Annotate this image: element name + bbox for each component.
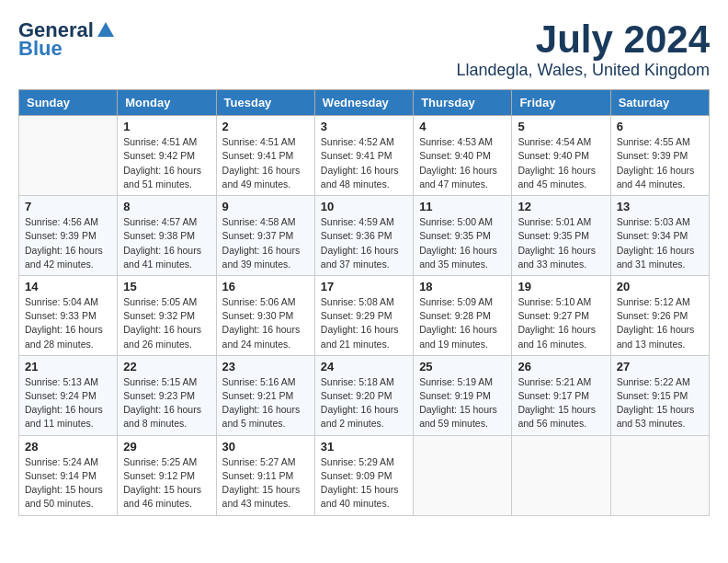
- day-number: 28: [25, 440, 111, 454]
- calendar-cell: 4Sunrise: 4:53 AMSunset: 9:40 PMDaylight…: [414, 116, 512, 196]
- day-info: Sunrise: 4:58 AMSunset: 9:37 PMDaylight:…: [222, 215, 309, 271]
- day-number: 26: [518, 360, 604, 373]
- day-number: 15: [123, 280, 210, 293]
- day-info: Sunrise: 5:22 AMSunset: 9:15 PMDaylight:…: [617, 375, 703, 431]
- day-info: Sunrise: 4:55 AMSunset: 9:39 PMDaylight:…: [617, 135, 703, 191]
- calendar-cell: 7Sunrise: 4:56 AMSunset: 9:39 PMDaylight…: [19, 196, 118, 276]
- header-row: SundayMondayTuesdayWednesdayThursdayFrid…: [19, 90, 710, 116]
- day-number: 24: [321, 360, 407, 373]
- header-cell-saturday: Saturday: [610, 90, 709, 116]
- day-number: 2: [222, 120, 309, 133]
- day-info: Sunrise: 5:21 AMSunset: 9:17 PMDaylight:…: [518, 375, 604, 431]
- calendar-cell: 31Sunrise: 5:29 AMSunset: 9:09 PMDayligh…: [314, 435, 413, 515]
- calendar-cell: 20Sunrise: 5:12 AMSunset: 9:26 PMDayligh…: [610, 275, 709, 355]
- day-info: Sunrise: 4:52 AMSunset: 9:41 PMDaylight:…: [321, 135, 407, 191]
- calendar-table: SundayMondayTuesdayWednesdayThursdayFrid…: [18, 89, 710, 515]
- day-number: 27: [617, 360, 703, 373]
- day-info: Sunrise: 5:00 AMSunset: 9:35 PMDaylight:…: [419, 215, 506, 271]
- day-info: Sunrise: 5:18 AMSunset: 9:20 PMDaylight:…: [321, 375, 407, 431]
- calendar-cell: 14Sunrise: 5:04 AMSunset: 9:33 PMDayligh…: [19, 275, 118, 355]
- calendar-cell: 16Sunrise: 5:06 AMSunset: 9:30 PMDayligh…: [216, 275, 314, 355]
- calendar-cell: 25Sunrise: 5:19 AMSunset: 9:19 PMDayligh…: [414, 355, 512, 435]
- day-info: Sunrise: 4:51 AMSunset: 9:42 PMDaylight:…: [123, 135, 210, 191]
- day-info: Sunrise: 5:03 AMSunset: 9:34 PMDaylight:…: [617, 215, 703, 271]
- calendar-cell: 27Sunrise: 5:22 AMSunset: 9:15 PMDayligh…: [610, 355, 709, 435]
- day-info: Sunrise: 5:27 AMSunset: 9:11 PMDaylight:…: [222, 455, 309, 511]
- day-info: Sunrise: 5:12 AMSunset: 9:26 PMDaylight:…: [617, 295, 703, 351]
- day-info: Sunrise: 4:56 AMSunset: 9:39 PMDaylight:…: [25, 215, 111, 271]
- logo: General Blue: [18, 18, 118, 61]
- calendar-cell: 23Sunrise: 5:16 AMSunset: 9:21 PMDayligh…: [216, 355, 314, 435]
- day-info: Sunrise: 5:13 AMSunset: 9:24 PMDaylight:…: [25, 375, 111, 431]
- calendar-cell: 15Sunrise: 5:05 AMSunset: 9:32 PMDayligh…: [118, 275, 216, 355]
- header-cell-thursday: Thursday: [414, 90, 512, 116]
- calendar-cell: 9Sunrise: 4:58 AMSunset: 9:37 PMDaylight…: [216, 196, 314, 276]
- day-number: 5: [518, 120, 604, 133]
- header-cell-sunday: Sunday: [19, 90, 118, 116]
- day-number: 17: [321, 280, 407, 293]
- day-number: 10: [321, 200, 407, 213]
- day-info: Sunrise: 5:06 AMSunset: 9:30 PMDaylight:…: [222, 295, 309, 351]
- location-title: Llandegla, Wales, United Kingdom: [457, 61, 711, 80]
- page-header: General Blue July 2024 Llandegla, Wales,…: [18, 18, 710, 80]
- day-number: 29: [123, 440, 210, 454]
- calendar-cell: 11Sunrise: 5:00 AMSunset: 9:35 PMDayligh…: [414, 196, 512, 276]
- calendar-cell: 21Sunrise: 5:13 AMSunset: 9:24 PMDayligh…: [19, 355, 118, 435]
- month-title: July 2024: [457, 18, 711, 61]
- day-info: Sunrise: 5:08 AMSunset: 9:29 PMDaylight:…: [321, 295, 407, 351]
- calendar-cell: 5Sunrise: 4:54 AMSunset: 9:40 PMDaylight…: [512, 116, 610, 196]
- day-number: 30: [222, 440, 309, 454]
- calendar-cell: 30Sunrise: 5:27 AMSunset: 9:11 PMDayligh…: [216, 435, 314, 515]
- day-number: 1: [123, 120, 210, 133]
- calendar-cell: 19Sunrise: 5:10 AMSunset: 9:27 PMDayligh…: [512, 275, 610, 355]
- day-number: 6: [617, 120, 703, 133]
- day-number: 13: [617, 200, 703, 213]
- day-info: Sunrise: 4:54 AMSunset: 9:40 PMDaylight:…: [518, 135, 604, 191]
- calendar-cell: 12Sunrise: 5:01 AMSunset: 9:35 PMDayligh…: [512, 196, 610, 276]
- day-number: 23: [222, 360, 309, 373]
- day-number: 9: [222, 200, 309, 213]
- calendar-cell: 17Sunrise: 5:08 AMSunset: 9:29 PMDayligh…: [314, 275, 413, 355]
- calendar-cell: 26Sunrise: 5:21 AMSunset: 9:17 PMDayligh…: [512, 355, 610, 435]
- calendar-week-1: 1Sunrise: 4:51 AMSunset: 9:42 PMDaylight…: [19, 116, 710, 196]
- calendar-cell: 10Sunrise: 4:59 AMSunset: 9:36 PMDayligh…: [314, 196, 413, 276]
- calendar-cell: [19, 116, 118, 196]
- day-number: 21: [25, 360, 111, 373]
- day-number: 14: [25, 280, 111, 293]
- day-info: Sunrise: 5:10 AMSunset: 9:27 PMDaylight:…: [518, 295, 604, 351]
- day-info: Sunrise: 5:04 AMSunset: 9:33 PMDaylight:…: [25, 295, 111, 351]
- calendar-cell: 3Sunrise: 4:52 AMSunset: 9:41 PMDaylight…: [314, 116, 413, 196]
- calendar-cell: [512, 435, 610, 515]
- header-cell-monday: Monday: [118, 90, 216, 116]
- header-cell-tuesday: Tuesday: [216, 90, 314, 116]
- day-info: Sunrise: 5:25 AMSunset: 9:12 PMDaylight:…: [123, 455, 210, 511]
- day-number: 22: [123, 360, 210, 373]
- day-number: 12: [518, 200, 604, 213]
- day-number: 11: [419, 200, 506, 213]
- logo-blue-text: Blue: [18, 37, 63, 61]
- day-info: Sunrise: 5:01 AMSunset: 9:35 PMDaylight:…: [518, 215, 604, 271]
- day-info: Sunrise: 4:59 AMSunset: 9:36 PMDaylight:…: [321, 215, 407, 271]
- day-info: Sunrise: 5:09 AMSunset: 9:28 PMDaylight:…: [419, 295, 506, 351]
- calendar-cell: 24Sunrise: 5:18 AMSunset: 9:20 PMDayligh…: [314, 355, 413, 435]
- title-area: July 2024 Llandegla, Wales, United Kingd…: [457, 18, 711, 80]
- day-info: Sunrise: 5:24 AMSunset: 9:14 PMDaylight:…: [25, 455, 111, 511]
- calendar-cell: [610, 435, 709, 515]
- calendar-body: 1Sunrise: 4:51 AMSunset: 9:42 PMDaylight…: [19, 116, 710, 515]
- day-info: Sunrise: 5:29 AMSunset: 9:09 PMDaylight:…: [321, 455, 407, 511]
- day-number: 20: [617, 280, 703, 293]
- day-number: 8: [123, 200, 210, 213]
- day-info: Sunrise: 5:05 AMSunset: 9:32 PMDaylight:…: [123, 295, 210, 351]
- day-info: Sunrise: 4:51 AMSunset: 9:41 PMDaylight:…: [222, 135, 309, 191]
- day-number: 25: [419, 360, 506, 373]
- calendar-cell: 22Sunrise: 5:15 AMSunset: 9:23 PMDayligh…: [118, 355, 216, 435]
- logo-icon: [96, 20, 116, 40]
- day-info: Sunrise: 5:19 AMSunset: 9:19 PMDaylight:…: [419, 375, 506, 431]
- calendar-cell: 28Sunrise: 5:24 AMSunset: 9:14 PMDayligh…: [19, 435, 118, 515]
- header-cell-friday: Friday: [512, 90, 610, 116]
- day-number: 19: [518, 280, 604, 293]
- calendar-week-4: 21Sunrise: 5:13 AMSunset: 9:24 PMDayligh…: [19, 355, 710, 435]
- calendar-cell: [414, 435, 512, 515]
- calendar-cell: 29Sunrise: 5:25 AMSunset: 9:12 PMDayligh…: [118, 435, 216, 515]
- calendar-cell: 1Sunrise: 4:51 AMSunset: 9:42 PMDaylight…: [118, 116, 216, 196]
